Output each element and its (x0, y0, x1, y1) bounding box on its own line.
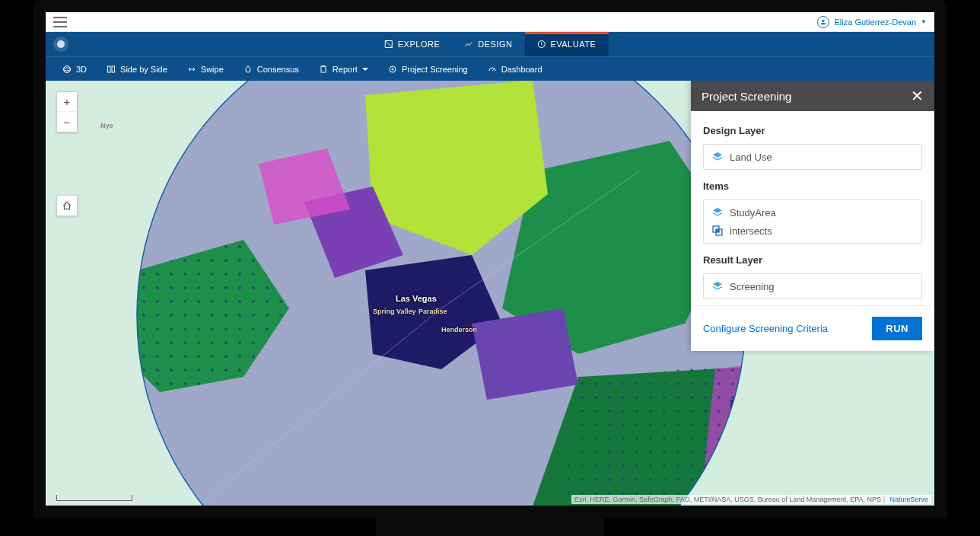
tool-report[interactable]: Report (310, 57, 377, 81)
tool-3d[interactable]: 3D (53, 57, 96, 81)
svg-point-0 (822, 19, 825, 21)
chevron-down-icon (362, 68, 368, 71)
target-icon (388, 65, 397, 74)
user-avatar-icon (817, 16, 829, 28)
configure-criteria-link[interactable]: Configure Screening Criteria (703, 323, 828, 334)
map-label-henderson: Henderson (441, 326, 477, 333)
tool-swipe[interactable]: Swipe (178, 57, 233, 81)
layers-icon (711, 206, 724, 219)
split-icon (107, 65, 116, 74)
panel-footer: Configure Screening Criteria RUN (691, 305, 934, 351)
item-study-area: StudyArea (711, 206, 914, 219)
design-layer-heading: Design Layer (703, 125, 922, 136)
clipboard-icon (319, 65, 328, 74)
tool-consensus[interactable]: Consensus (234, 57, 308, 81)
items-heading: Items (703, 180, 922, 192)
result-layer-heading: Result Layer (703, 254, 922, 266)
svg-point-3 (64, 68, 71, 71)
project-screening-panel: Project Screening ✕ Design Layer Land Us… (691, 81, 934, 351)
chevron-down-icon: ▼ (921, 18, 927, 25)
svg-point-2 (64, 65, 71, 72)
swipe-icon (187, 65, 196, 74)
intersect-icon (711, 225, 724, 237)
drop-icon (243, 65, 253, 74)
home-extent-button[interactable] (56, 195, 78, 216)
app-logo-icon[interactable] (53, 37, 68, 52)
monitor-stand (376, 513, 604, 536)
main-nav-tabs: EXPLORE DESIGN EVALUATE (372, 32, 609, 56)
app-screen: Eliza Gutierrez-Devan ▼ EXPLORE DESIGN E… (46, 12, 934, 506)
tab-evaluate[interactable]: EVALUATE (524, 32, 608, 56)
layers-icon (711, 151, 724, 163)
user-name: Eliza Gutierrez-Devan (834, 18, 916, 27)
home-icon (62, 200, 72, 211)
svg-point-9 (391, 68, 393, 70)
items-field[interactable]: StudyArea intersects (703, 199, 922, 244)
close-icon[interactable]: ✕ (911, 88, 924, 104)
map-label-paradise: Paradise (418, 308, 447, 315)
sub-nav: 3D Side by Side Swipe Consensus Report P… (46, 56, 934, 81)
gauge-icon (488, 65, 497, 74)
panel-title: Project Screening (702, 90, 791, 103)
tool-dashboard[interactable]: Dashboard (479, 57, 552, 81)
svg-rect-7 (322, 65, 324, 67)
run-button[interactable]: RUN (872, 317, 922, 340)
map-view[interactable]: Las Vegas Spring Valley Paradise Henders… (46, 81, 934, 506)
tab-design[interactable]: DESIGN (452, 32, 524, 56)
zoom-out-button[interactable]: − (57, 112, 77, 132)
scale-bar (56, 495, 132, 501)
hamburger-icon[interactable] (53, 17, 67, 27)
user-menu[interactable]: Eliza Gutierrez-Devan ▼ (817, 16, 927, 28)
panel-body: Design Layer Land Use Items (691, 111, 934, 305)
layers-icon (711, 280, 724, 292)
tab-explore[interactable]: EXPLORE (372, 32, 452, 56)
main-nav: EXPLORE DESIGN EVALUATE (46, 32, 934, 56)
tool-side-by-side[interactable]: Side by Side (97, 57, 177, 81)
svg-rect-4 (108, 66, 111, 72)
zoom-controls: + − (56, 91, 78, 132)
map-attribution: Esri, HERE, Garmin, SafeGraph, FAO, METI… (571, 495, 931, 504)
panel-header: Project Screening ✕ (691, 81, 934, 111)
svg-rect-5 (112, 66, 115, 72)
topbar: Eliza Gutierrez-Devan ▼ (46, 12, 934, 32)
svg-rect-6 (321, 66, 326, 72)
monitor-frame: Eliza Gutierrez-Devan ▼ EXPLORE DESIGN E… (33, 0, 947, 518)
tool-project-screening[interactable]: Project Screening (379, 57, 477, 81)
zoom-in-button[interactable]: + (57, 92, 77, 112)
result-layer-field[interactable]: Screening (703, 273, 922, 299)
svg-rect-18 (716, 229, 719, 232)
map-label-county: Nye (100, 122, 113, 129)
globe-icon (62, 65, 72, 74)
map-label-spring-valley: Spring Valley (373, 308, 416, 315)
item-intersects: intersects (711, 225, 914, 237)
design-layer-field[interactable]: Land Use (703, 144, 922, 170)
attribution-link[interactable]: NatureServe (889, 496, 928, 503)
map-label-main: Las Vegas (396, 294, 437, 303)
